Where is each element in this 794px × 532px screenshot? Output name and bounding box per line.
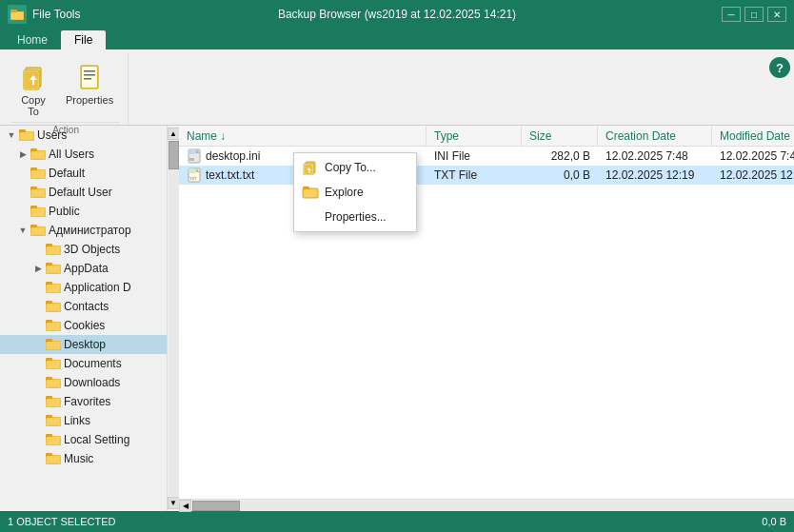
app-icon	[8, 5, 27, 24]
sidebar-item-desktop[interactable]: Desktop	[0, 335, 167, 354]
col-header-type[interactable]: Type	[427, 127, 522, 146]
ribbon-buttons: CopyTo Properties	[11, 53, 120, 122]
sidebar-item-administrator[interactable]: ▼ Администратор	[0, 221, 167, 240]
horizontal-scrollbar: ◀ ▶	[179, 499, 794, 511]
default-label: Default	[49, 167, 85, 180]
title-bar-left: File Tools	[8, 5, 80, 24]
sidebar-scrollbar: ▲ ▼	[167, 126, 179, 511]
help-button[interactable]: ?	[769, 57, 790, 78]
folder-documents-icon	[46, 357, 61, 370]
expand-public[interactable]	[15, 204, 30, 219]
close-button[interactable]: ✕	[767, 7, 786, 22]
sidebar-item-cookies[interactable]: Cookies	[0, 316, 167, 335]
properties-button[interactable]: Properties	[59, 57, 120, 110]
status-bar: 1 OBJECT SELECTED 0,0 B	[0, 511, 794, 532]
svg-rect-9	[84, 74, 95, 76]
properties-label: Properties	[66, 94, 113, 106]
expand-downloads[interactable]	[30, 375, 46, 390]
sidebar-item-default-user[interactable]: Default User	[0, 183, 167, 202]
sidebar-item-documents[interactable]: Documents	[0, 354, 167, 373]
expand-users[interactable]: ▼	[4, 128, 19, 143]
sidebar-item-users[interactable]: ▼ Users	[0, 126, 167, 145]
application-d-label: Application D	[64, 281, 131, 294]
svg-rect-66	[189, 149, 196, 154]
folder-favorites-icon	[46, 395, 61, 408]
col-header-size[interactable]: Size	[522, 127, 598, 146]
window-controls: ─ □ ✕	[722, 7, 786, 22]
file-modified-text-txt: 12.02.2025 12:19	[712, 167, 794, 184]
expand-cookies[interactable]	[30, 318, 46, 333]
expand-all-users[interactable]: ▶	[15, 147, 30, 162]
copy-icon	[18, 62, 49, 92]
explore-icon	[302, 185, 319, 200]
minimize-button[interactable]: ─	[722, 7, 741, 22]
copy-to-icon	[302, 160, 319, 175]
file-row-desktop-ini[interactable]: INI desktop.ini INI File 282,0 B 12.02.2…	[179, 147, 794, 166]
folder-all-users-icon	[30, 148, 46, 161]
menu-title: File Tools	[32, 8, 80, 21]
sidebar-item-links[interactable]: Links	[0, 411, 167, 430]
expand-music[interactable]	[30, 451, 46, 466]
properties-menu-label: Properties...	[325, 210, 387, 224]
context-item-copy-to[interactable]: Copy To...	[294, 155, 416, 180]
sidebar-item-public[interactable]: Public	[0, 202, 167, 221]
sidebar-item-music[interactable]: Music	[0, 449, 167, 468]
col-header-modified[interactable]: Modified Date	[712, 127, 794, 146]
context-item-explore[interactable]: Explore	[294, 180, 416, 205]
sidebar-scroll-thumb[interactable]	[169, 141, 179, 169]
hscroll-track	[192, 501, 794, 511]
hscroll-thumb[interactable]	[192, 501, 240, 511]
music-label: Music	[64, 452, 93, 465]
sidebar-item-3d-objects[interactable]: 3D Objects	[0, 240, 167, 259]
col-header-name[interactable]: Name ↓	[179, 127, 427, 146]
folder-local-setting-icon	[46, 433, 61, 446]
restore-button[interactable]: □	[744, 7, 764, 22]
expand-links[interactable]	[30, 413, 46, 428]
copy-to-button[interactable]: CopyTo	[11, 57, 55, 122]
file-icon-ini: INI	[187, 148, 202, 164]
expand-documents[interactable]	[30, 356, 46, 371]
svg-rect-52	[47, 380, 60, 387]
sidebar-item-default[interactable]: Default	[0, 164, 167, 183]
main-area: ▼ Users ▶ All Users Default	[0, 126, 794, 511]
expand-desktop[interactable]	[30, 337, 46, 352]
svg-rect-2	[11, 12, 23, 19]
sidebar-item-favorites[interactable]: Favorites	[0, 392, 167, 411]
downloads-label: Downloads	[64, 376, 120, 389]
context-item-properties[interactable]: Properties...	[294, 205, 416, 229]
sidebar-container: ▼ Users ▶ All Users Default	[0, 126, 179, 511]
expand-favorites[interactable]	[30, 394, 46, 409]
expand-contacts[interactable]	[30, 299, 46, 314]
sidebar-item-application-d[interactable]: Application D	[0, 278, 167, 297]
context-menu: Copy To... Explore Properties...	[293, 152, 417, 232]
expand-default-user[interactable]	[15, 185, 30, 200]
file-row-text-txt[interactable]: TXT text.txt.txt TXT File 0,0 B 12.02.20…	[179, 166, 794, 185]
expand-appdata[interactable]: ▶	[30, 261, 46, 276]
svg-rect-13	[20, 132, 33, 140]
expand-default[interactable]	[15, 166, 30, 181]
sidebar-item-downloads[interactable]: Downloads	[0, 373, 167, 392]
expand-administrator[interactable]: ▼	[15, 223, 30, 238]
sidebar-scroll-down[interactable]: ▼	[168, 497, 180, 509]
ribbon: CopyTo Properties Action ?	[0, 49, 794, 126]
expand-3d[interactable]	[30, 242, 46, 257]
status-left: 1 OBJECT SELECTED	[8, 516, 116, 527]
hscroll-left[interactable]: ◀	[179, 500, 191, 512]
default-user-label: Default User	[49, 186, 112, 199]
tab-file[interactable]: File	[61, 30, 106, 49]
col-header-creation[interactable]: Creation Date	[598, 127, 712, 146]
sidebar-item-all-users[interactable]: ▶ All Users	[0, 145, 167, 164]
svg-rect-7	[82, 67, 97, 88]
svg-rect-58	[47, 418, 60, 425]
sidebar-item-local-setting[interactable]: Local Setting	[0, 430, 167, 449]
title-bar: File Tools Backup Browser (ws2019 at 12.…	[0, 0, 794, 29]
expand-application-d[interactable]	[30, 280, 46, 295]
expand-local-setting[interactable]	[30, 432, 46, 447]
tab-home[interactable]: Home	[4, 30, 61, 49]
sidebar-item-contacts[interactable]: Contacts	[0, 297, 167, 316]
sidebar-item-appdata[interactable]: ▶ AppData	[0, 259, 167, 278]
svg-rect-28	[31, 227, 45, 235]
folder-downloads-icon	[46, 376, 61, 389]
copy-to-label: CopyTo	[21, 94, 46, 117]
sidebar-scroll-up[interactable]: ▲	[168, 128, 180, 140]
